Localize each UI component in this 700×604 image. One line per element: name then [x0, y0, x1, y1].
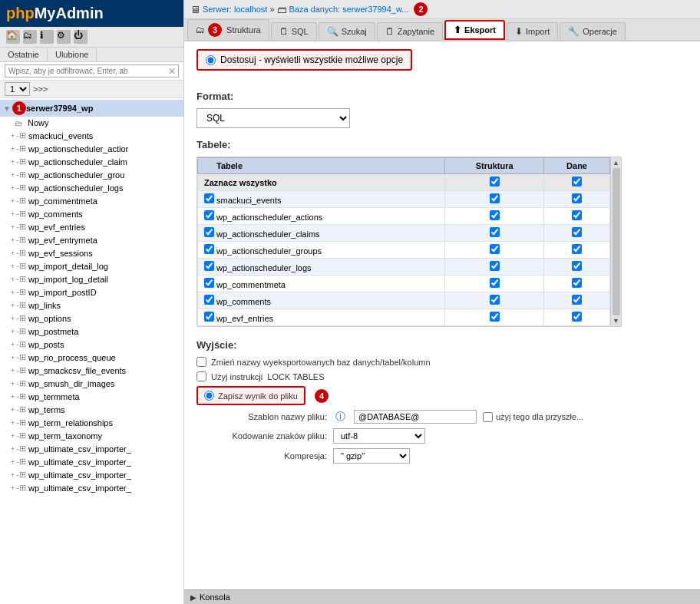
tab-szukaj[interactable]: 🔍 Szukaj	[319, 22, 375, 40]
filter-close-icon[interactable]: ✕	[168, 66, 176, 77]
list-item[interactable]: + -⊞ wp_actionscheduler_claim	[0, 155, 183, 168]
tables-table: Tabele Struktura Dane Zaznacz wszystko	[197, 157, 610, 326]
console-icon: ▶	[190, 593, 196, 602]
sidebar-item-nowy[interactable]: 🗁 Nowy	[0, 117, 183, 129]
list-item[interactable]: + -⊞ wp_evf_sessions	[0, 246, 183, 259]
row-struktura[interactable]	[490, 278, 500, 288]
kompresja-select[interactable]: " gzip"	[333, 448, 410, 464]
tab-operacje[interactable]: 🔧 Operacje	[560, 22, 626, 40]
table-label: smackuci_events	[28, 131, 93, 140]
table-label: wp_options	[28, 314, 71, 323]
encoding-select[interactable]: utf-8	[333, 428, 425, 444]
table-label: wp_rio_process_queue	[28, 353, 116, 362]
row-struktura[interactable]	[490, 227, 500, 237]
list-item[interactable]: + -⊞ wp_terms	[0, 403, 183, 416]
row-struktura[interactable]	[490, 193, 500, 203]
list-item[interactable]: + -⊞ wp_import_log_detail	[0, 272, 183, 285]
tab-struktura[interactable]: 🗂 3 Struktura	[187, 19, 269, 40]
row-dane[interactable]	[572, 261, 582, 271]
tab-eksport[interactable]: ⬆ Eksport	[444, 20, 505, 40]
settings-icon[interactable]: ⚙	[57, 30, 71, 44]
list-item[interactable]: + -⊞ wp_links	[0, 299, 183, 312]
list-item[interactable]: + -⊞ wp_options	[0, 312, 183, 325]
exit-icon[interactable]: ⏻	[74, 30, 88, 44]
list-item[interactable]: + -⊞ wp_termmeta	[0, 390, 183, 403]
row-dane[interactable]	[572, 193, 582, 203]
list-item[interactable]: + -⊞ wp_actionscheduler_logs	[0, 181, 183, 194]
list-item[interactable]: + -⊞ wp_rio_process_queue	[0, 351, 183, 364]
breadcrumb-db-link[interactable]: Baza danych: serwer37994_w...	[289, 5, 409, 14]
list-item[interactable]: + -⊞ wp_actionscheduler_actior	[0, 142, 183, 155]
db-icon[interactable]: 🗂	[23, 30, 37, 44]
row-dane[interactable]	[572, 278, 582, 288]
row-dane[interactable]	[572, 295, 582, 305]
row-check[interactable]	[204, 312, 214, 322]
sidebar-tab-ostatnie[interactable]: Ostatnie	[0, 48, 48, 61]
table-label: wp_links	[28, 301, 61, 310]
row-check[interactable]	[204, 227, 214, 237]
list-item[interactable]: + -⊞ wp_import_detail_log	[0, 259, 183, 272]
custom-radio[interactable]	[206, 55, 216, 65]
row-check[interactable]	[204, 193, 214, 203]
row-check[interactable]	[204, 244, 214, 254]
scroll-down-icon[interactable]: ▼	[612, 317, 619, 325]
list-item[interactable]: + -⊞ wp_import_postID	[0, 285, 183, 299]
row-dane[interactable]	[572, 210, 582, 220]
row-struktura[interactable]	[490, 210, 500, 220]
scroll-up-icon[interactable]: ▲	[612, 159, 619, 167]
list-item[interactable]: + -⊞ wp_posts	[0, 338, 183, 351]
scroll-thumb[interactable]	[612, 168, 620, 315]
breadcrumb-server-link[interactable]: Serwer: localhost	[203, 5, 267, 14]
rename-checkbox[interactable]	[196, 357, 206, 367]
list-item[interactable]: + -⊞ wp_smackcsv_file_events	[0, 364, 183, 377]
list-item[interactable]: + -⊞ wp_postmeta	[0, 325, 183, 338]
sidebar-filter-input[interactable]	[5, 64, 179, 78]
format-select[interactable]: SQL	[196, 108, 350, 128]
table-icon: -⊞	[16, 470, 26, 480]
row-check[interactable]	[204, 278, 214, 288]
info-icon[interactable]: ℹ	[40, 30, 54, 44]
list-item[interactable]: + -⊞ wp_comments	[0, 207, 183, 220]
list-item[interactable]: + -⊞ wp_evf_entrymeta	[0, 233, 183, 246]
row-check[interactable]	[204, 261, 214, 271]
row-dane[interactable]	[572, 312, 582, 322]
tab-sql[interactable]: 🗒 SQL	[271, 22, 317, 40]
row-struktura[interactable]	[490, 244, 500, 254]
list-item[interactable]: + -⊞ wp_ultimate_csv_importer_	[0, 455, 183, 468]
table-scrollbar[interactable]: ▲ ▼	[611, 157, 622, 327]
use-future-checkbox[interactable]	[483, 412, 493, 422]
zaznacz-dane-check[interactable]	[572, 177, 582, 186]
db-root-item[interactable]: ▼ 1 serwer37994_wp	[0, 100, 183, 117]
row-dane[interactable]	[572, 244, 582, 254]
list-item[interactable]: + -⊞ wp_smush_dir_images	[0, 377, 183, 390]
row-struktura[interactable]	[490, 295, 500, 305]
list-item[interactable]: + -⊞ wp_evf_entries	[0, 220, 183, 233]
expand-icon: +	[11, 249, 15, 257]
row-struktura[interactable]	[490, 312, 500, 322]
list-item[interactable]: + -⊞ wp_ultimate_csv_importer_	[0, 468, 183, 481]
page-select[interactable]: 1	[5, 82, 30, 96]
help-icon[interactable]: ⓘ	[335, 410, 345, 424]
list-item[interactable]: + -⊞ wp_term_taxonomy	[0, 429, 183, 442]
sidebar-tab-ulubione[interactable]: Ulubione	[48, 48, 97, 61]
tab-zapytanie[interactable]: 🗒 Zapytanie	[377, 22, 443, 40]
row-check[interactable]	[204, 295, 214, 305]
list-item[interactable]: + -⊞ smackuci_events	[0, 129, 183, 142]
zapisz-radio[interactable]	[204, 391, 214, 401]
tab-import[interactable]: ⬇ Import	[507, 22, 558, 40]
list-item[interactable]: + -⊞ wp_actionscheduler_grou	[0, 168, 183, 181]
file-template-input[interactable]	[354, 410, 477, 424]
lock-checkbox[interactable]	[196, 371, 206, 381]
home-icon[interactable]: 🏠	[6, 30, 20, 44]
table-row: wp_comments	[198, 292, 610, 309]
list-item[interactable]: + -⊞ wp_commentmeta	[0, 194, 183, 207]
list-item[interactable]: + -⊞ wp_ultimate_csv_importer_	[0, 442, 183, 455]
list-item[interactable]: + -⊞ wp_term_relationships	[0, 416, 183, 429]
row-dane[interactable]	[572, 227, 582, 237]
row-check[interactable]	[204, 210, 214, 220]
nav-arrow[interactable]: >>>	[33, 84, 48, 94]
list-item[interactable]: + -⊞ wp_ultimate_csv_importer_	[0, 481, 183, 494]
row-struktura[interactable]	[490, 261, 500, 271]
console-bar[interactable]: ▶ Konsola	[184, 589, 700, 604]
zaznacz-struktura-check[interactable]	[490, 177, 500, 186]
